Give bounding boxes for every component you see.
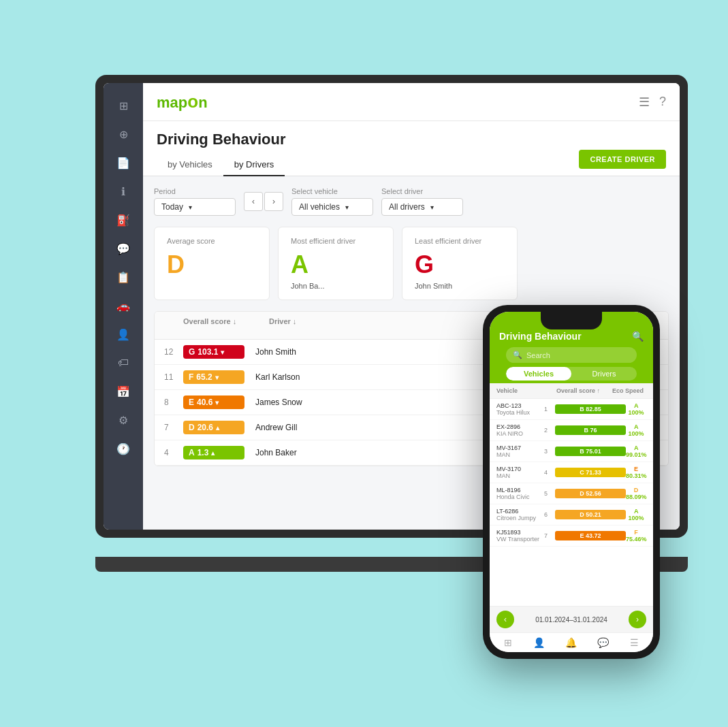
phone-num-3: 3 xyxy=(544,448,555,455)
sidebar-icon-car[interactable]: 🚗 xyxy=(110,293,136,319)
row-num-4: 7 xyxy=(164,423,183,432)
col-num-header xyxy=(164,317,183,334)
phone-nav-menu-icon[interactable]: ☰ xyxy=(630,637,639,648)
most-efficient-label: Most efficient driver xyxy=(291,237,381,245)
sidebar-icon-clock[interactable]: 🕐 xyxy=(110,436,136,462)
score-chevron-5 xyxy=(211,448,215,457)
phone-col-num xyxy=(545,387,556,394)
vehicle-select[interactable]: All vehicles xyxy=(291,198,373,216)
sidebar-icon-settings[interactable]: ⚙ xyxy=(110,407,136,433)
phone-badge-3: B 75.01 xyxy=(555,447,626,456)
period-label: Period xyxy=(154,187,236,195)
sidebar-icon-info[interactable]: ℹ xyxy=(110,178,136,204)
avg-score-label: Average score xyxy=(167,237,257,245)
score-letter-1: G xyxy=(189,347,195,357)
phone-vehicle-7: KJ51893VW Transporter xyxy=(496,529,544,543)
score-letter-3: E xyxy=(189,398,194,407)
phone-num-2: 2 xyxy=(544,427,555,434)
sidebar-icon-fuel[interactable]: ⛽ xyxy=(110,207,136,233)
most-efficient-card: Most efficient driver A John Ba... xyxy=(278,227,394,300)
period-next-button[interactable] xyxy=(264,192,283,211)
row-num-5: 4 xyxy=(164,448,183,457)
vehicle-value: All vehicles xyxy=(299,202,340,212)
phone-badge-area-5: D 52.56 xyxy=(555,489,626,498)
sidebar-icon-chat[interactable]: 💬 xyxy=(110,236,136,261)
row-num-1: 12 xyxy=(164,347,183,357)
page-header: Driving Behaviour by Vehicles by Drivers… xyxy=(143,121,680,176)
phone-nav-chat-icon[interactable]: 💬 xyxy=(597,637,609,648)
avg-score-letter: D xyxy=(167,251,257,279)
sidebar-icon-clipboard[interactable]: 📋 xyxy=(110,264,136,290)
phone-search-icon[interactable]: 🔍 xyxy=(632,331,644,342)
driver-chevron-down-icon xyxy=(430,202,434,212)
top-bar: mapon ☰ ? xyxy=(143,83,680,121)
phone-table-header: Vehicle Overall score ↑ Eco Speed xyxy=(490,383,653,399)
phone-row: LT-6286Citroen Jumpy 6 D 50.21 A 100% xyxy=(490,504,653,526)
phone-vehicle-3: MV-3167MAN xyxy=(496,445,544,458)
score-value-5: 1.3 xyxy=(197,448,209,457)
driver-select[interactable]: All drivers xyxy=(381,198,463,216)
help-icon[interactable]: ? xyxy=(659,95,666,110)
score-cards: Average score D Most efficient driver A … xyxy=(154,227,669,300)
score-value-2: 65.2 xyxy=(196,372,212,382)
phone-badge-area-4: C 71.33 xyxy=(555,468,626,477)
most-efficient-name: John Ba... xyxy=(291,282,381,290)
sidebar-icon-map[interactable]: ⊕ xyxy=(110,121,136,147)
least-efficient-name: John Smith xyxy=(415,282,505,290)
phone-eco-7: F 75.46% xyxy=(626,529,646,543)
sidebar-icon-person[interactable]: 👤 xyxy=(110,321,136,347)
period-select[interactable]: Today xyxy=(154,198,236,216)
sidebar-icon-tag[interactable]: 🏷 xyxy=(110,350,136,376)
phone-badge-area-1: B 82.85 xyxy=(555,404,626,414)
phone-num-6: 6 xyxy=(544,511,555,518)
phone-badge-2: B 76 xyxy=(555,425,626,435)
score-chevron-4 xyxy=(216,423,219,432)
phone-nav-person-icon[interactable]: 👤 xyxy=(533,637,545,648)
vehicle-label: Select vehicle xyxy=(291,187,373,195)
least-efficient-card: Least efficient driver G John Smith xyxy=(402,227,518,300)
phone-search-placeholder: Search xyxy=(526,351,550,359)
driver-filter-group: Select driver All drivers xyxy=(381,187,463,216)
phone-row: ABC-123Toyota Hilux 1 B 82.85 A 100% xyxy=(490,399,653,420)
phone-eco-3: A 99.01% xyxy=(626,445,646,458)
menu-icon[interactable]: ☰ xyxy=(639,95,650,110)
phone-nav-bell-icon[interactable]: 🔔 xyxy=(565,637,577,648)
phone-prev-button[interactable]: ‹ xyxy=(496,611,514,628)
driver-label: Select driver xyxy=(381,187,463,195)
phone-search-icon-2: 🔍 xyxy=(513,351,522,359)
phone-screen: Driving Behaviour 🔍 🔍 Search Vehicles Dr… xyxy=(490,312,653,652)
driver-name-4: Andrew Gill xyxy=(244,423,516,432)
period-prev-button[interactable] xyxy=(244,192,263,211)
phone-badge-area-7: E 43.72 xyxy=(555,531,626,540)
driver-name-2: Karl Karlson xyxy=(244,372,516,382)
phone-eco-5: D 88.09% xyxy=(626,487,646,500)
phone-vehicle-4: MV-3170MAN xyxy=(496,466,544,479)
filters: Period Today Select xyxy=(154,187,669,216)
page-title: Driving Behaviour xyxy=(157,131,285,148)
sidebar-icon-document[interactable]: 📄 xyxy=(110,150,136,176)
score-value-4: 20.6 xyxy=(197,423,213,432)
phone-row: ML-8196Honda Civic 5 D 52.56 D 88.09% xyxy=(490,483,653,504)
avg-score-card: Average score D xyxy=(154,227,270,300)
phone-tab-drivers[interactable]: Drivers xyxy=(571,367,637,381)
phone-table-area: Vehicle Overall score ↑ Eco Speed ABC-12… xyxy=(490,383,653,606)
page-header-left: Driving Behaviour by Vehicles by Drivers xyxy=(157,131,285,176)
phone-search-bar[interactable]: 🔍 Search xyxy=(506,347,637,363)
tab-by-drivers[interactable]: by Drivers xyxy=(223,154,285,176)
phone: Driving Behaviour 🔍 🔍 Search Vehicles Dr… xyxy=(483,305,660,659)
tab-by-vehicles[interactable]: by Vehicles xyxy=(157,154,223,176)
score-letter-2: F xyxy=(189,372,193,382)
phone-badge-1: B 82.85 xyxy=(555,404,626,414)
create-driver-button[interactable]: CREATE DRIVER xyxy=(579,150,666,169)
most-efficient-letter: A xyxy=(291,251,381,279)
period-value: Today xyxy=(161,202,183,212)
phone-next-button[interactable]: › xyxy=(629,611,646,628)
phone-nav-home-icon[interactable]: ⊞ xyxy=(504,637,512,648)
phone-eco-2: A 100% xyxy=(626,423,646,437)
logo-accent-o: o xyxy=(187,91,198,112)
phone-vehicle-6: LT-6286Citroen Jumpy xyxy=(496,508,544,521)
logo-text-after: n xyxy=(198,94,207,111)
sidebar-icon-grid[interactable]: ⊞ xyxy=(110,93,136,118)
phone-tab-vehicles[interactable]: Vehicles xyxy=(506,367,571,381)
sidebar-icon-calendar[interactable]: 📅 xyxy=(110,378,136,404)
